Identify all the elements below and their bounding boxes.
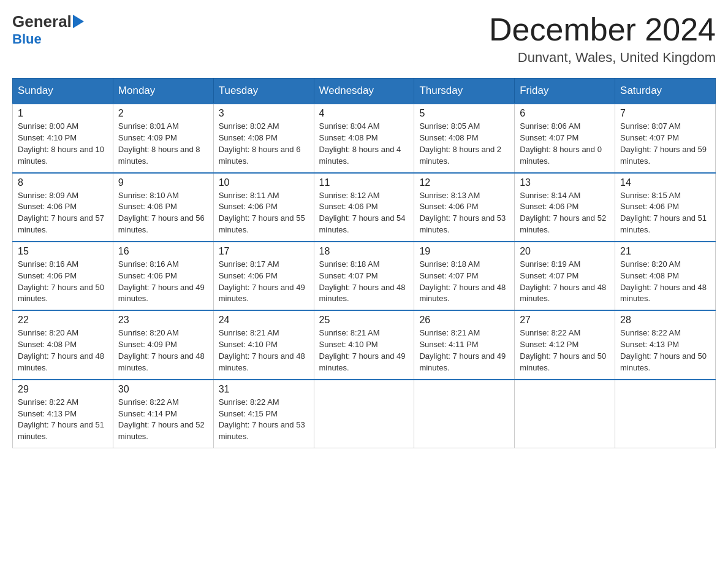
day-info: Sunrise: 8:20 AMSunset: 4:08 PMDaylight:…	[18, 327, 108, 373]
calendar-table: SundayMondayTuesdayWednesdayThursdayFrid…	[12, 78, 716, 448]
day-info: Sunrise: 8:06 AMSunset: 4:07 PMDaylight:…	[520, 121, 610, 167]
day-number: 30	[118, 384, 208, 395]
day-number: 9	[118, 177, 208, 188]
header-thursday: Thursday	[414, 79, 515, 104]
day-cell	[515, 380, 615, 448]
day-cell: 27 Sunrise: 8:22 AMSunset: 4:12 PMDaylig…	[515, 310, 615, 379]
day-cell: 11 Sunrise: 8:12 AMSunset: 4:06 PMDaylig…	[314, 173, 414, 242]
day-info: Sunrise: 8:15 AMSunset: 4:06 PMDaylight:…	[620, 190, 710, 236]
day-number: 19	[419, 246, 509, 257]
day-info: Sunrise: 8:18 AMSunset: 4:07 PMDaylight:…	[319, 259, 409, 305]
week-row-5: 29 Sunrise: 8:22 AMSunset: 4:13 PMDaylig…	[13, 380, 716, 448]
day-cell: 8 Sunrise: 8:09 AMSunset: 4:06 PMDayligh…	[13, 173, 113, 242]
logo-blue: Blue	[12, 31, 42, 47]
day-info: Sunrise: 8:21 AMSunset: 4:10 PMDaylight:…	[319, 327, 409, 373]
day-number: 1	[18, 108, 108, 119]
day-number: 25	[319, 315, 409, 326]
page-header: General Blue December 2024 Dunvant, Wale…	[12, 12, 716, 66]
day-info: Sunrise: 8:10 AMSunset: 4:06 PMDaylight:…	[118, 190, 208, 236]
week-row-2: 8 Sunrise: 8:09 AMSunset: 4:06 PMDayligh…	[13, 173, 716, 242]
day-cell: 25 Sunrise: 8:21 AMSunset: 4:10 PMDaylig…	[314, 310, 414, 379]
day-number: 28	[620, 315, 710, 326]
day-number: 14	[620, 177, 710, 188]
logo-arrow-icon	[73, 15, 84, 31]
calendar-header: SundayMondayTuesdayWednesdayThursdayFrid…	[13, 79, 716, 104]
day-cell: 20 Sunrise: 8:19 AMSunset: 4:07 PMDaylig…	[515, 242, 615, 310]
day-number: 4	[319, 108, 409, 119]
day-number: 8	[18, 177, 108, 188]
day-cell: 28 Sunrise: 8:22 AMSunset: 4:13 PMDaylig…	[615, 310, 716, 379]
location: Dunvant, Wales, United Kingdom	[489, 50, 716, 66]
day-cell: 2 Sunrise: 8:01 AMSunset: 4:09 PMDayligh…	[113, 104, 213, 172]
week-row-1: 1 Sunrise: 8:00 AMSunset: 4:10 PMDayligh…	[13, 104, 716, 172]
day-cell: 30 Sunrise: 8:22 AMSunset: 4:14 PMDaylig…	[113, 380, 213, 448]
day-cell: 17 Sunrise: 8:17 AMSunset: 4:06 PMDaylig…	[213, 242, 314, 310]
day-number: 23	[118, 315, 208, 326]
day-cell: 9 Sunrise: 8:10 AMSunset: 4:06 PMDayligh…	[113, 173, 213, 242]
calendar-body: 1 Sunrise: 8:00 AMSunset: 4:10 PMDayligh…	[13, 104, 716, 448]
header-sunday: Sunday	[13, 79, 113, 104]
day-number: 15	[18, 246, 108, 257]
day-cell: 24 Sunrise: 8:21 AMSunset: 4:10 PMDaylig…	[213, 310, 314, 379]
day-number: 20	[520, 246, 610, 257]
day-info: Sunrise: 8:17 AMSunset: 4:06 PMDaylight:…	[219, 259, 309, 305]
day-number: 16	[118, 246, 208, 257]
day-info: Sunrise: 8:16 AMSunset: 4:06 PMDaylight:…	[118, 259, 208, 305]
day-number: 22	[18, 315, 108, 326]
day-info: Sunrise: 8:07 AMSunset: 4:07 PMDaylight:…	[620, 121, 710, 167]
day-info: Sunrise: 8:09 AMSunset: 4:06 PMDaylight:…	[18, 190, 108, 236]
day-cell: 21 Sunrise: 8:20 AMSunset: 4:08 PMDaylig…	[615, 242, 716, 310]
day-cell: 16 Sunrise: 8:16 AMSunset: 4:06 PMDaylig…	[113, 242, 213, 310]
day-cell: 23 Sunrise: 8:20 AMSunset: 4:09 PMDaylig…	[113, 310, 213, 379]
day-cell: 13 Sunrise: 8:14 AMSunset: 4:06 PMDaylig…	[515, 173, 615, 242]
day-number: 27	[520, 315, 610, 326]
header-friday: Friday	[515, 79, 615, 104]
day-cell: 12 Sunrise: 8:13 AMSunset: 4:06 PMDaylig…	[414, 173, 515, 242]
week-row-3: 15 Sunrise: 8:16 AMSunset: 4:06 PMDaylig…	[13, 242, 716, 310]
day-info: Sunrise: 8:21 AMSunset: 4:10 PMDaylight:…	[219, 327, 309, 373]
header-saturday: Saturday	[615, 79, 716, 104]
day-cell: 29 Sunrise: 8:22 AMSunset: 4:13 PMDaylig…	[13, 380, 113, 448]
day-number: 29	[18, 384, 108, 395]
day-cell: 22 Sunrise: 8:20 AMSunset: 4:08 PMDaylig…	[13, 310, 113, 379]
month-title: December 2024	[489, 12, 716, 47]
header-tuesday: Tuesday	[213, 79, 314, 104]
day-cell: 26 Sunrise: 8:21 AMSunset: 4:11 PMDaylig…	[414, 310, 515, 379]
day-info: Sunrise: 8:22 AMSunset: 4:15 PMDaylight:…	[219, 397, 309, 443]
day-info: Sunrise: 8:22 AMSunset: 4:13 PMDaylight:…	[620, 327, 710, 373]
day-info: Sunrise: 8:22 AMSunset: 4:14 PMDaylight:…	[118, 397, 208, 443]
header-wednesday: Wednesday	[314, 79, 414, 104]
week-row-4: 22 Sunrise: 8:20 AMSunset: 4:08 PMDaylig…	[13, 310, 716, 379]
day-info: Sunrise: 8:22 AMSunset: 4:12 PMDaylight:…	[520, 327, 610, 373]
day-number: 11	[319, 177, 409, 188]
day-number: 31	[219, 384, 309, 395]
day-number: 5	[419, 108, 509, 119]
day-number: 21	[620, 246, 710, 257]
day-cell: 1 Sunrise: 8:00 AMSunset: 4:10 PMDayligh…	[13, 104, 113, 172]
day-number: 26	[419, 315, 509, 326]
day-number: 18	[319, 246, 409, 257]
day-number: 2	[118, 108, 208, 119]
day-info: Sunrise: 8:14 AMSunset: 4:06 PMDaylight:…	[520, 190, 610, 236]
day-number: 10	[219, 177, 309, 188]
day-number: 24	[219, 315, 309, 326]
day-cell: 14 Sunrise: 8:15 AMSunset: 4:06 PMDaylig…	[615, 173, 716, 242]
title-section: December 2024 Dunvant, Wales, United Kin…	[489, 12, 716, 66]
day-info: Sunrise: 8:22 AMSunset: 4:13 PMDaylight:…	[18, 397, 108, 443]
day-info: Sunrise: 8:21 AMSunset: 4:11 PMDaylight:…	[419, 327, 509, 373]
day-number: 12	[419, 177, 509, 188]
day-cell: 18 Sunrise: 8:18 AMSunset: 4:07 PMDaylig…	[314, 242, 414, 310]
day-number: 17	[219, 246, 309, 257]
day-info: Sunrise: 8:05 AMSunset: 4:08 PMDaylight:…	[419, 121, 509, 167]
day-cell: 10 Sunrise: 8:11 AMSunset: 4:06 PMDaylig…	[213, 173, 314, 242]
day-info: Sunrise: 8:13 AMSunset: 4:06 PMDaylight:…	[419, 190, 509, 236]
day-cell	[314, 380, 414, 448]
day-cell: 31 Sunrise: 8:22 AMSunset: 4:15 PMDaylig…	[213, 380, 314, 448]
day-number: 6	[520, 108, 610, 119]
day-info: Sunrise: 8:04 AMSunset: 4:08 PMDaylight:…	[319, 121, 409, 167]
day-cell: 15 Sunrise: 8:16 AMSunset: 4:06 PMDaylig…	[13, 242, 113, 310]
day-info: Sunrise: 8:12 AMSunset: 4:06 PMDaylight:…	[319, 190, 409, 236]
day-info: Sunrise: 8:19 AMSunset: 4:07 PMDaylight:…	[520, 259, 610, 305]
day-info: Sunrise: 8:18 AMSunset: 4:07 PMDaylight:…	[419, 259, 509, 305]
day-cell	[615, 380, 716, 448]
